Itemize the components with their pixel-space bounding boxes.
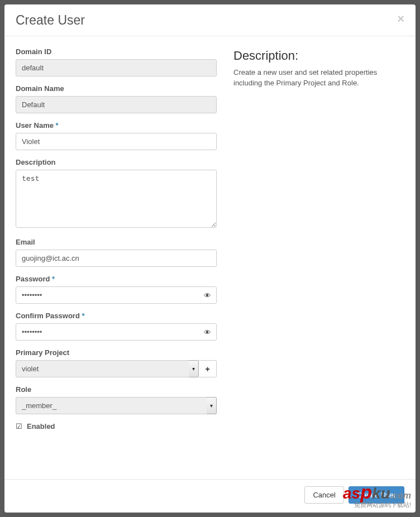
field-email: Email [16, 238, 217, 267]
chevron-down-icon[interactable]: ▾ [189, 360, 199, 377]
close-icon[interactable]: × [397, 13, 404, 25]
checkbox-checked-icon[interactable]: ☑ [16, 422, 22, 430]
eye-icon[interactable]: 👁 [204, 291, 211, 299]
field-password: Password * 👁 [16, 275, 217, 304]
required-star-icon: * [52, 275, 55, 283]
domain-id-input [16, 59, 217, 76]
field-domain-id: Domain ID [16, 47, 217, 76]
modal-footer: Cancel Create User [4, 479, 416, 513]
add-project-button[interactable]: + [199, 360, 217, 377]
description-panel: Description: Create a new user and set r… [233, 47, 404, 473]
primary-project-select[interactable]: ▾ [16, 360, 199, 377]
user-name-input[interactable] [16, 133, 217, 150]
email-label: Email [16, 238, 217, 246]
description-label: Description [16, 158, 217, 166]
form-column: Domain ID Domain Name User Name * Descri… [16, 47, 217, 473]
modal-body: Domain ID Domain Name User Name * Descri… [4, 36, 416, 479]
password-input[interactable] [16, 286, 217, 304]
field-confirm-password: Confirm Password * 👁 [16, 312, 217, 341]
description-textarea[interactable]: test [16, 170, 217, 228]
cancel-button[interactable]: Cancel [304, 486, 343, 504]
chevron-down-icon[interactable]: ▾ [207, 397, 217, 414]
domain-id-label: Domain ID [16, 47, 217, 56]
role-display[interactable] [16, 397, 207, 414]
field-primary-project: Primary Project ▾ + [16, 348, 217, 377]
required-star-icon: * [82, 312, 84, 320]
modal-title: Create User [16, 13, 85, 28]
field-description: Description test [16, 158, 217, 230]
role-label: Role [16, 385, 217, 394]
domain-name-input [16, 96, 217, 113]
role-select[interactable]: ▾ [16, 397, 217, 414]
password-label: Password * [16, 275, 217, 283]
create-user-button[interactable]: Create User [349, 486, 404, 504]
create-user-modal: Create User × Domain ID Domain Name User… [4, 4, 416, 513]
enabled-label: Enabled [27, 422, 55, 430]
confirm-password-input[interactable] [16, 323, 217, 341]
primary-project-display[interactable] [16, 360, 189, 377]
eye-icon[interactable]: 👁 [204, 328, 211, 336]
required-star-icon: * [56, 121, 59, 130]
field-role: Role ▾ [16, 385, 217, 414]
domain-name-label: Domain Name [16, 84, 217, 93]
field-domain-name: Domain Name [16, 84, 217, 113]
confirm-password-label: Confirm Password * [16, 312, 217, 320]
description-panel-text: Create a new user and set related proper… [233, 68, 404, 89]
user-name-label: User Name * [16, 121, 217, 130]
modal-header: Create User × [4, 4, 416, 36]
field-user-name: User Name * [16, 121, 217, 150]
email-input[interactable] [16, 250, 217, 267]
enabled-checkbox[interactable]: ☑ Enabled [16, 422, 217, 430]
primary-project-label: Primary Project [16, 348, 217, 357]
description-panel-title: Description: [233, 49, 404, 63]
